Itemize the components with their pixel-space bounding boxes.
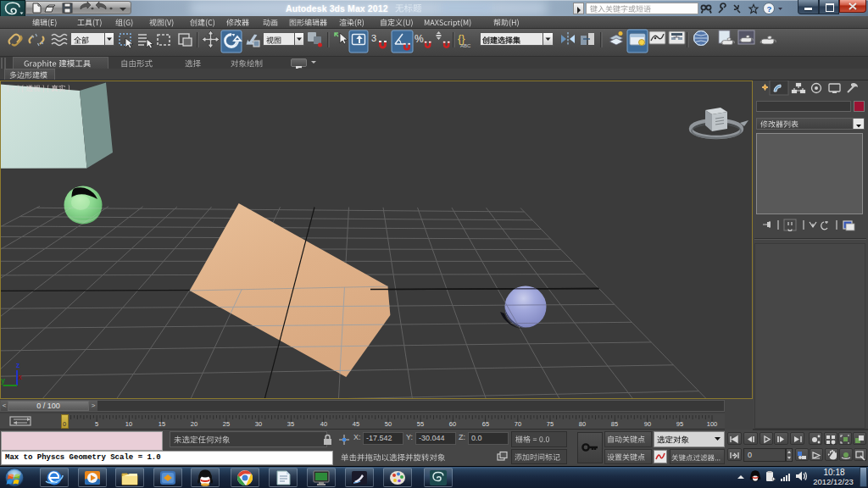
- svg-text:x: x: [18, 373, 22, 381]
- svg-text:?: ?: [767, 4, 772, 14]
- svg-text:y: y: [1, 376, 5, 385]
- svg-text:z: z: [16, 361, 20, 369]
